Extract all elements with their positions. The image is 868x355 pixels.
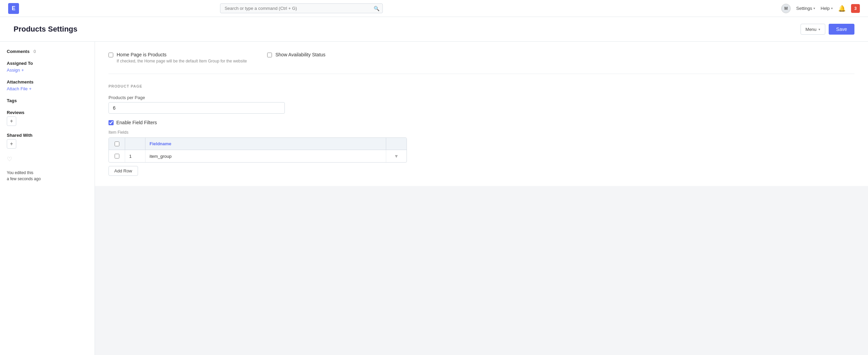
settings-chevron-icon: ▾	[813, 6, 815, 10]
select-all-cell	[109, 138, 125, 150]
table-header-row: Fieldname	[109, 138, 407, 150]
show-availability-label[interactable]: Show Availability Status	[275, 52, 326, 57]
attach-plus-icon: +	[29, 86, 32, 91]
row-checkbox[interactable]	[115, 154, 119, 158]
top-checkboxes: Home Page is Products If checked, the Ho…	[108, 52, 854, 74]
show-availability-checkbox[interactable]	[267, 53, 272, 57]
row-fieldname: item_group	[145, 150, 386, 162]
comments-count: 0	[34, 49, 36, 54]
home-page-desc: If checked, the Home page will be the de…	[117, 59, 247, 63]
sort-icon: ▼	[394, 153, 399, 159]
menu-button[interactable]: Menu ▾	[801, 24, 826, 35]
enable-field-filters-group: Enable Field Filters	[108, 120, 854, 125]
reviews-label: Reviews	[7, 110, 88, 115]
row-sort-cell: ▼	[386, 150, 407, 162]
topnav-right: M Settings ▾ Help ▾ 🔔 3	[781, 4, 860, 13]
topnav: E 🔍 M Settings ▾ Help ▾ 🔔 3	[0, 0, 868, 17]
sidebar-comments: Comments 0	[7, 49, 88, 54]
notification-badge[interactable]: 3	[851, 4, 860, 13]
products-per-page-field: Products per Page	[108, 95, 854, 114]
favorite-icon[interactable]: ♡	[7, 156, 12, 163]
sidebar-favorite: ♡	[7, 155, 88, 163]
sidebar-attachments: Attachments Attach File +	[7, 79, 88, 91]
search-input[interactable]	[220, 3, 383, 13]
help-chevron-icon: ▾	[831, 6, 833, 10]
app-logo[interactable]: E	[8, 3, 19, 14]
sidebar-tags: Tags	[7, 98, 88, 103]
search-bar: 🔍	[220, 3, 383, 13]
assign-plus-icon: +	[21, 68, 24, 73]
attachments-label: Attachments	[7, 79, 88, 85]
products-per-page-input[interactable]	[108, 102, 285, 114]
avatar[interactable]: M	[781, 4, 791, 13]
attach-file-button[interactable]: Attach File +	[7, 86, 32, 91]
sidebar-shared-with: Shared With +	[7, 133, 88, 149]
col-num-header	[125, 138, 145, 150]
row-num: 1	[125, 150, 145, 162]
enable-field-filters-checkbox[interactable]	[108, 120, 114, 125]
save-button[interactable]: Save	[829, 24, 854, 35]
show-availability-checkbox-group: Show Availability Status	[267, 52, 326, 57]
shared-with-label: Shared With	[7, 133, 88, 138]
sidebar-assigned-to: Assigned To Assign +	[7, 61, 88, 73]
main-layout: Comments 0 Assigned To Assign + Attachme…	[0, 42, 868, 355]
sidebar-activity: You edited this a few seconds ago	[7, 170, 88, 182]
page-title: Products Settings	[14, 25, 77, 34]
home-page-label-group: Home Page is Products If checked, the Ho…	[117, 52, 247, 63]
product-page-section-title: PRODUCT PAGE	[108, 84, 854, 88]
menu-chevron-icon: ▾	[818, 27, 820, 31]
select-all-checkbox[interactable]	[115, 142, 119, 146]
content-area: Home Page is Products If checked, the Ho…	[95, 42, 868, 355]
add-row-button[interactable]: Add Row	[108, 166, 138, 176]
products-per-page-label: Products per Page	[108, 95, 854, 100]
tags-label: Tags	[7, 98, 88, 103]
page-header: Products Settings Menu ▾ Save	[0, 17, 868, 42]
search-icon: 🔍	[374, 6, 379, 11]
activity-text: You edited this a few seconds ago	[7, 170, 88, 182]
item-fields-label: Item Fields	[108, 130, 854, 135]
col-fieldname-header: Fieldname	[145, 138, 386, 150]
home-page-label[interactable]: Home Page is Products	[117, 52, 166, 57]
content-inner: Home Page is Products If checked, the Ho…	[95, 42, 868, 186]
home-page-checkbox-group: Home Page is Products If checked, the Ho…	[108, 52, 247, 63]
home-page-checkbox[interactable]	[108, 53, 113, 57]
notifications-icon[interactable]: 🔔	[838, 5, 846, 12]
table-row: 1 item_group ▼	[109, 150, 407, 162]
help-menu[interactable]: Help ▾	[821, 6, 833, 11]
sidebar: Comments 0 Assigned To Assign + Attachme…	[0, 42, 95, 355]
assigned-to-label: Assigned To	[7, 61, 88, 66]
settings-menu[interactable]: Settings ▾	[796, 6, 815, 11]
show-availability-label-group: Show Availability Status	[275, 52, 326, 57]
header-actions: Menu ▾ Save	[801, 24, 854, 35]
add-review-button[interactable]: +	[7, 116, 16, 126]
col-actions-header	[386, 138, 407, 150]
assign-button[interactable]: Assign +	[7, 68, 24, 73]
row-checkbox-cell	[109, 150, 125, 162]
sidebar-reviews: Reviews +	[7, 110, 88, 126]
add-shared-button[interactable]: +	[7, 139, 16, 149]
item-fields-table: Fieldname 1 item_group ▼	[108, 137, 407, 163]
comments-label: Comments	[7, 49, 29, 54]
enable-field-filters-label[interactable]: Enable Field Filters	[116, 120, 157, 125]
